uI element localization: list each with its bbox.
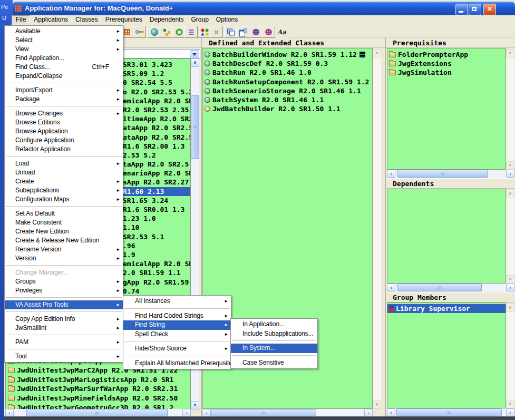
group-members-vertical-scrollbar[interactable]: ∧ ∨ — [506, 304, 514, 408]
menu-item[interactable]: Version► — [5, 254, 123, 263]
scroll-left-icon[interactable]: ‹ — [202, 409, 211, 417]
menu-item[interactable]: Create► — [5, 177, 123, 186]
menu-item[interactable]: Refactor Application► — [5, 145, 123, 154]
scroll-right-icon[interactable]: › — [506, 284, 514, 291]
menu-item[interactable]: PAM► — [5, 338, 123, 347]
menu-item[interactable]: Find Hard Coded Strings► — [123, 311, 231, 321]
menu-item[interactable]: Package► — [5, 95, 123, 104]
menu-item[interactable]: Make Consistent► — [5, 218, 123, 227]
menu-item[interactable]: VA Assist Pro Tools► — [5, 300, 123, 309]
menu-item[interactable]: Explain All Mismatched Prerequsites► — [123, 359, 231, 368]
menu-item[interactable]: View► — [5, 45, 123, 54]
scroll-right-icon[interactable]: › — [506, 170, 514, 178]
class-list-item[interactable]: BatchBuilderWindow R2.0 SR1.59 1.12 — [203, 50, 372, 59]
menu-item[interactable]: Find Class...Ctrl+F► — [5, 63, 123, 72]
menubar-item[interactable]: Classes — [72, 15, 102, 24]
scroll-right-icon[interactable]: › — [364, 409, 373, 417]
menu-item[interactable]: Browse Changes► — [5, 109, 123, 118]
menu-item[interactable]: Find String► — [123, 320, 231, 330]
prerequisite-list-item[interactable]: FolderPrompterApp — [387, 50, 506, 59]
menu-item[interactable]: JwSmalllint► — [5, 324, 123, 333]
hierarchy-icon[interactable] — [160, 26, 173, 38]
prerequisites-horizontal-scrollbar[interactable]: ‹ › — [387, 170, 514, 178]
scroll-right-icon[interactable]: › — [182, 409, 191, 417]
scrollbar-thumb[interactable] — [211, 409, 316, 417]
maximize-button[interactable] — [469, 4, 481, 15]
minimize-button[interactable] — [455, 4, 468, 15]
class-list-item[interactable]: BatchRunSetupComponent R2.0 SR1.59 1.2 — [203, 77, 372, 86]
menu-item[interactable]: Hide/Show Source► — [123, 344, 231, 354]
class-list-item[interactable]: BatchDescDef R2.0 SR1.59 0.3 — [203, 59, 372, 68]
scrollbar-thumb[interactable] — [191, 95, 199, 159]
menu-item[interactable]: All Instances► — [123, 297, 231, 306]
copy-icon[interactable] — [224, 26, 237, 38]
window-layout-icon[interactable] — [236, 26, 249, 38]
menu-item[interactable]: Select► — [5, 36, 123, 45]
class-list-item[interactable]: BatchScenarioStorage R2.0 SR1.46 1.1 — [203, 86, 372, 95]
scrollbar-thumb[interactable] — [397, 284, 482, 291]
scrollbar-thumb[interactable] — [396, 408, 502, 416]
menu-item[interactable]: Groups► — [5, 277, 123, 286]
menu-item[interactable]: Subapplications► — [5, 186, 123, 195]
classes-vertical-scrollbar[interactable]: ∧ ∨ — [373, 49, 381, 409]
user-swap-alt-icon[interactable]: ☻ — [262, 26, 275, 38]
menu-item[interactable]: Set As Default► — [5, 209, 123, 218]
menu-item[interactable]: Available► — [5, 27, 123, 36]
scroll-right-icon[interactable]: › — [506, 408, 514, 416]
menubar-item[interactable]: Prerequisites — [102, 15, 146, 24]
dependents-vertical-scrollbar[interactable]: ∧ ∨ — [506, 190, 514, 284]
menu-item[interactable]: Rename Version► — [5, 245, 123, 254]
classes-horizontal-scrollbar[interactable]: ‹ › — [202, 409, 373, 417]
class-list-item[interactable]: BatchRun R2.0 SR1.46 1.0 — [203, 68, 372, 77]
chevron-down-icon[interactable] — [190, 50, 199, 58]
menu-item[interactable]: Tool► — [5, 352, 123, 361]
scroll-down-icon[interactable]: ∨ — [191, 401, 199, 409]
scroll-down-icon[interactable]: ∨ — [373, 401, 381, 409]
menu-item[interactable]: Create New Edition► — [5, 227, 123, 236]
applications-horizontal-scrollbar[interactable]: ‹ › — [5, 409, 191, 417]
menubar-item[interactable]: Group — [188, 15, 212, 24]
scroll-up-icon[interactable]: ∧ — [506, 190, 514, 198]
menu-item[interactable]: Find Application...► — [5, 54, 123, 63]
menu-item[interactable]: Case Sensitive► — [231, 358, 317, 368]
script-icon[interactable] — [184, 26, 198, 38]
menu-item[interactable]: Unload► — [5, 168, 123, 177]
menu-item[interactable]: Copy App Edition Info► — [5, 315, 123, 324]
scrollbar-thumb[interactable] — [26, 409, 168, 417]
menu-item[interactable]: Include Subapplications...► — [231, 329, 317, 339]
application-list-item[interactable]: JwdUnitTestJwpMarLogisticsApp R2.0 SR1 — [6, 375, 190, 385]
menu-item[interactable]: Configuration Maps► — [5, 195, 123, 204]
ring-icon[interactable] — [172, 26, 186, 38]
scroll-left-icon[interactable]: ‹ — [387, 284, 395, 291]
delete-icon[interactable]: ✕ — [210, 26, 223, 38]
scroll-left-icon[interactable]: ‹ — [387, 408, 395, 416]
group-member-list-item[interactable]: Library Supervisor — [387, 304, 506, 313]
scroll-up-icon[interactable]: ∧ — [506, 304, 514, 312]
scroll-down-icon[interactable]: ∨ — [506, 275, 514, 284]
menu-item[interactable]: Privileges► — [5, 286, 123, 295]
menu-item[interactable]: Create & Release New Edition► — [5, 236, 123, 245]
shapes-icon[interactable] — [198, 26, 211, 38]
scroll-down-icon[interactable]: ∨ — [506, 161, 514, 170]
scroll-up-icon[interactable]: ∧ — [191, 58, 199, 67]
menu-item[interactable]: Load► — [5, 159, 123, 168]
key-icon[interactable] — [133, 26, 146, 38]
menu-item[interactable]: In System...► — [231, 344, 317, 353]
scroll-up-icon[interactable]: ∧ — [506, 49, 514, 57]
menu-item[interactable]: Configure Application► — [5, 136, 123, 145]
application-list-item[interactable]: JwdUnitTestJwpMineFieldsApp R2.0 SR2.50 — [6, 394, 190, 403]
menubar-item[interactable]: Applications — [30, 15, 72, 24]
scrollbar-thumb[interactable] — [397, 170, 488, 178]
class-list-item[interactable]: BatchSystem R2.0 SR1.46 1.1 — [203, 95, 372, 104]
scroll-left-icon[interactable]: ‹ — [5, 409, 14, 417]
prerequisites-vertical-scrollbar[interactable]: ∧ ∨ — [506, 49, 514, 170]
close-button[interactable]: ✕ — [483, 4, 496, 15]
prerequisite-list-item[interactable]: JwgSimulation — [387, 68, 506, 77]
scroll-up-icon[interactable]: ∧ — [373, 49, 381, 57]
menu-item[interactable]: Change Manager...► — [5, 268, 123, 277]
menubar-item[interactable]: File — [12, 15, 30, 24]
font-icon[interactable]: Aa — [275, 26, 288, 38]
dependents-horizontal-scrollbar[interactable]: ‹ › — [387, 284, 514, 291]
globe-icon[interactable] — [148, 26, 161, 38]
menu-item[interactable]: Browse Editions► — [5, 118, 123, 127]
